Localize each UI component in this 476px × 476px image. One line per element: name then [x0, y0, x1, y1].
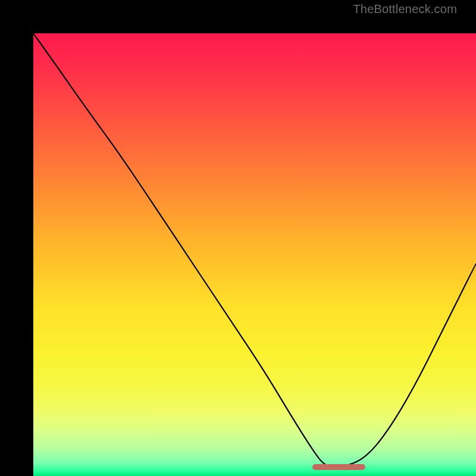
trough-band [312, 464, 365, 470]
plot-area [33, 33, 476, 476]
watermark-text: TheBottleneck.com [353, 2, 457, 16]
bottleneck-curve [33, 33, 476, 476]
plot-frame [0, 0, 476, 476]
curve-path [33, 33, 476, 467]
